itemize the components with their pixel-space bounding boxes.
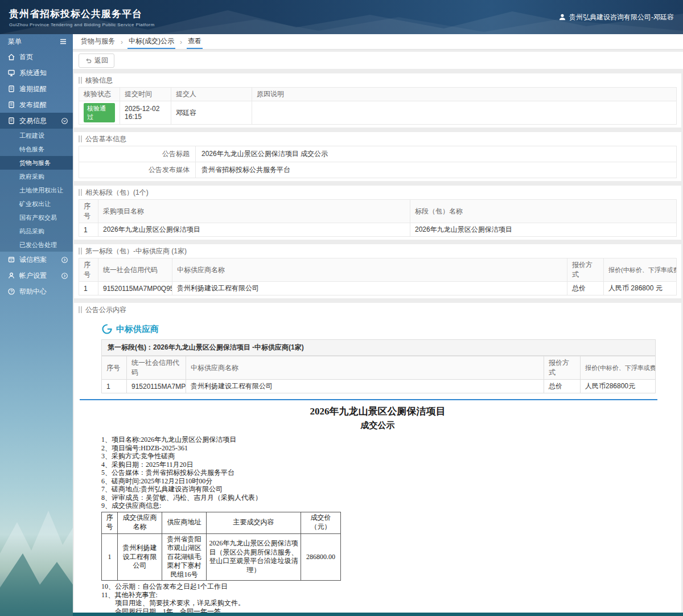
seq-cell: 1: [102, 533, 118, 581]
sidebar-item-label: 诚信档案: [19, 255, 57, 265]
winning-supplier-section: 第一标段（包）-中标供应商 (1家) 序号 统一社会信用代码 中标供应商名称 报…: [74, 244, 681, 298]
section-title: 公告基本信息: [85, 134, 126, 144]
user-account-chip[interactable]: 贵州弘典建设咨询有限公司-邓廷容: [558, 13, 674, 22]
sidebar-item-integrity-archive[interactable]: 诚信档案: [0, 252, 73, 268]
doc-line: 项目用途、简要技术要求，详见采购文件。: [101, 599, 653, 607]
section-header: 核验信息: [74, 73, 681, 87]
sidebar: 菜单 首页 系统通知: [0, 34, 73, 616]
table-row: 1 91520115MA7MP0Q952 贵州利扬建设工程有限公司 总价 人民币…: [102, 380, 656, 393]
sidebar-item-publish-reminder[interactable]: 发布提醒: [0, 97, 73, 113]
sidebar-item-label: 交易信息: [19, 116, 57, 126]
brand: 贵州省招标投标公共服务平台 GuiZhou Province Tendering…: [9, 7, 154, 27]
submenu-item-drug-procurement[interactable]: 药品采购: [0, 224, 73, 238]
section-title: 公告公示内容: [85, 305, 126, 315]
section-marker-icon: [79, 306, 82, 313]
submenu-item-state-property[interactable]: 国有产权交易: [0, 211, 73, 224]
menu-header[interactable]: 菜单: [0, 34, 73, 49]
deal-supplier-table: 序号 成交供应商名称 供应商地址 主要成交内容 成交价（元） 1 贵州利扬建设工…: [101, 512, 341, 581]
column-header: 供应商地址: [162, 512, 207, 533]
sidebar-item-label: 逾期提醒: [19, 84, 68, 94]
column-header: 序号: [102, 356, 127, 380]
breadcrumb-item-goods-services[interactable]: 货物与服务: [80, 34, 116, 49]
table-header-row: 序号 统一社会信用代码 中标供应商名称 报价方式 报价(中标价、下浮率或费率): [102, 356, 656, 380]
column-header: 统一社会信用代码: [98, 258, 172, 282]
submenu-item-featured-services[interactable]: 特色服务: [0, 142, 73, 156]
blue-divider: [80, 399, 657, 400]
section-header: 相关标段（包）(1个): [74, 186, 681, 199]
column-header: 序号: [79, 258, 98, 282]
submenu-item-engineering[interactable]: 工程建设: [0, 129, 73, 142]
return-arrow-icon: [85, 57, 92, 64]
table-header-row: 序号 采购项目名称 标段（包）名称: [79, 200, 677, 223]
doc-line: 10、公示期：自公告发布之日起1个工作日: [101, 582, 653, 591]
sidebar-item-overdue-reminder[interactable]: 逾期提醒: [0, 81, 73, 97]
monitor-icon: [7, 69, 15, 77]
notice-supplier-table: 序号 统一社会信用代码 中标供应商名称 报价方式 报价(中标价、下浮率或费率) …: [101, 356, 656, 393]
submenu-item-land-use[interactable]: 土地使用权出让: [0, 183, 73, 197]
quote-price-cell: 人民币 286800 元: [604, 282, 677, 295]
column-header: 成交供应商名称: [118, 512, 162, 533]
field-label: 公告发布媒体: [79, 162, 196, 178]
sidebar-item-account-settings[interactable]: 帐户设置: [0, 268, 73, 284]
hamburger-icon[interactable]: [59, 38, 67, 46]
submenu-item-gov-procurement[interactable]: 政府采购: [0, 170, 73, 183]
section-header: 公告基本信息: [74, 132, 681, 146]
supplier-name-cell: 贵州利扬建设工程有限公司: [118, 533, 162, 581]
winning-supplier-logo: 中标供应商: [101, 323, 681, 335]
column-header: 报价方式: [567, 258, 604, 282]
submenu-item-published-notices[interactable]: 已发公告处理: [0, 238, 73, 252]
submenu-item-goods-services[interactable]: 货物与服务: [0, 156, 73, 170]
basic-info-table: 公告标题 2026年九龙山景区公厕保洁项目 成交公示 公告发布媒体 贵州省招标投…: [79, 146, 677, 178]
verification-table: 核验状态 提交时间 提交人 原因说明 核验通过 2025-12-02 16:15…: [79, 87, 677, 125]
main-content: 货物与服务 › 中标(成交)公示 › 查看 返回: [73, 34, 683, 616]
column-header: 序号: [102, 512, 118, 533]
supplier-name-cell: 贵州利扬建设工程有限公司: [186, 380, 544, 393]
section-name-cell: 2026年九龙山景区公厕保洁项目: [410, 223, 677, 237]
sidebar-item-help-center[interactable]: 帮助中心: [0, 284, 73, 299]
field-label: 公告标题: [79, 146, 196, 162]
section-header: 公告公示内容: [74, 303, 681, 317]
sidebar-item-label: 帐户设置: [19, 271, 57, 281]
menu-label: 菜单: [8, 37, 22, 47]
related-sections-table: 序号 采购项目名称 标段（包）名称 1 2026年九龙山景区公厕保洁项目 202…: [79, 199, 677, 237]
winning-supplier-table: 序号 统一社会信用代码 中标供应商名称 报价方式 报价(中标价、下浮率或费率) …: [79, 258, 677, 295]
breadcrumb-item-award-notice[interactable]: 中标(成交)公示: [127, 34, 175, 49]
table-header-row: 序号 成交供应商名称 供应商地址 主要成交内容 成交价（元）: [102, 512, 341, 533]
sidebar-item-label: 帮助中心: [19, 287, 68, 297]
document-icon: [7, 117, 15, 125]
doc-line: 2、项目编号:HDZB-2025-361: [101, 444, 653, 453]
column-header: 统一社会信用代码: [127, 356, 186, 380]
section-marker-icon: [79, 135, 82, 142]
logo-label: 中标供应商: [116, 324, 159, 335]
basic-info-section: 公告基本信息 公告标题 2026年九龙山景区公厕保洁项目 成交公示 公告发布媒体…: [74, 132, 681, 181]
deal-content-cell: 2026年九龙山景区公厕保洁项目（景区公共厕所保洁服务、登山口至观景平台沿途垃圾…: [207, 533, 301, 581]
breadcrumb-item-view[interactable]: 查看: [187, 34, 203, 49]
section-title: 第一标段（包）-中标供应商 (1家): [85, 247, 187, 256]
section-marker-icon: [79, 189, 82, 196]
column-header: 提交人: [171, 88, 252, 101]
column-header: 主要成交内容: [207, 512, 301, 533]
sidebar-item-system-notices[interactable]: 系统通知: [0, 65, 73, 81]
sidebar-item-trade-info[interactable]: 交易信息: [0, 113, 73, 129]
credit-code-cell: 91520115MA7MP0Q952: [127, 380, 186, 393]
column-header: 核验状态: [79, 88, 120, 101]
sidebar-item-home[interactable]: 首页: [0, 49, 73, 65]
table-row: 1 91520115MA7MP0Q952 贵州利扬建设工程有限公司 总价 人民币…: [79, 282, 677, 295]
status-badge: 核验通过: [84, 103, 115, 122]
section-title: 相关标段（包）(1个): [85, 188, 149, 198]
back-button[interactable]: 返回: [79, 54, 114, 68]
table-row: 1 2026年九龙山景区公厕保洁项目 2026年九龙山景区公厕保洁项目: [79, 223, 677, 237]
help-icon: [7, 288, 15, 295]
user-name: 贵州弘典建设咨询有限公司-邓廷容: [569, 13, 674, 22]
column-header: 中标供应商名称: [186, 356, 544, 380]
brand-swirl-icon: [101, 323, 113, 335]
reason-cell: [252, 101, 677, 125]
user-outline-icon: [7, 272, 15, 280]
document-icon: [7, 101, 15, 109]
quote-method-cell: 总价: [544, 380, 581, 393]
back-button-label: 返回: [94, 56, 108, 65]
submenu-item-mining-rights[interactable]: 矿业权出让: [0, 197, 73, 211]
column-header: 标段（包）名称: [410, 200, 677, 223]
chevron-right-icon: ›: [121, 38, 123, 49]
section-marker-icon: [79, 77, 82, 84]
